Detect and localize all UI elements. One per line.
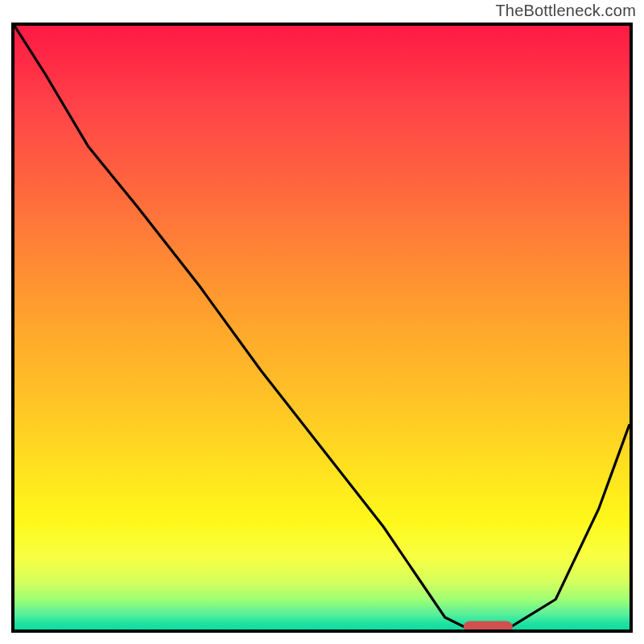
watermark-text: TheBottleneck.com [495, 2, 636, 20]
chart-stage: TheBottleneck.com [0, 0, 644, 644]
plot-svg [14, 26, 630, 630]
bottleneck-curve [14, 26, 630, 630]
minimum-highlight-marker [464, 621, 513, 630]
plot-yflip-group [14, 26, 630, 630]
plot-frame [11, 23, 633, 633]
